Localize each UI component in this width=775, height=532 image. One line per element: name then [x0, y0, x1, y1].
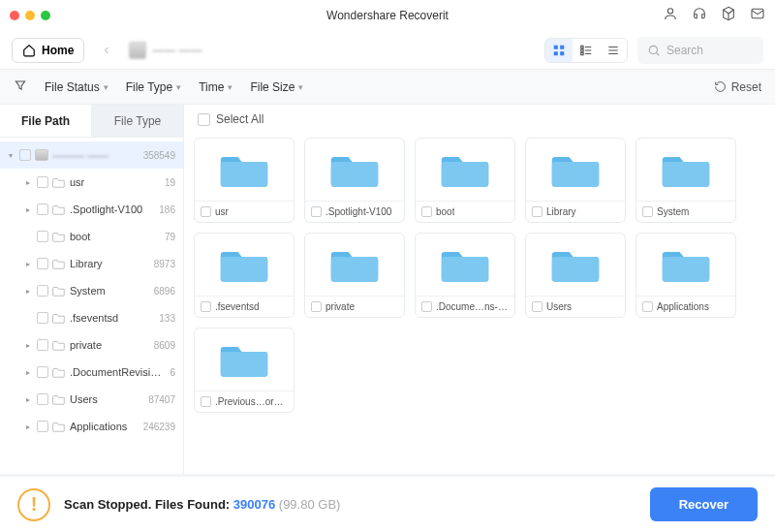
view-detail-button[interactable]	[573, 39, 600, 62]
svg-rect-3	[560, 45, 564, 48]
tab-file-type[interactable]: File Type	[92, 105, 183, 137]
tree-checkbox[interactable]	[37, 231, 48, 242]
breadcrumb-label: —— ——	[152, 44, 202, 57]
search-icon	[647, 44, 661, 57]
folder-checkbox[interactable]	[532, 206, 542, 217]
filter-status[interactable]: File Status▾	[45, 80, 108, 94]
nav-back-button[interactable]	[94, 38, 119, 63]
tree-item[interactable]: ▸private8609	[0, 331, 183, 359]
tree-item[interactable]: .fseventsd133	[0, 304, 183, 331]
breadcrumb-disk[interactable]: —— ——	[129, 42, 202, 59]
main-area: File Path File Type ▾——— ——358549▸usr19▸…	[0, 105, 775, 474]
home-label: Home	[42, 44, 74, 57]
tree-item-count: 6	[170, 367, 175, 378]
tree-item[interactable]: ▸Library8973	[0, 250, 183, 277]
folder-card[interactable]: Applications	[636, 233, 736, 318]
tree-item[interactable]: ▸.DocumentRevision…6	[0, 359, 183, 386]
chevron-left-icon	[101, 45, 112, 56]
window-controls	[0, 11, 50, 20]
chevron-down-icon: ▾	[176, 82, 181, 92]
tree-checkbox[interactable]	[37, 258, 48, 269]
svg-rect-1	[752, 9, 763, 17]
folder-checkbox[interactable]	[201, 206, 211, 217]
filter-time[interactable]: Time▾	[199, 80, 232, 94]
package-icon[interactable]	[721, 6, 736, 25]
minimize-window-button[interactable]	[25, 11, 35, 20]
tree-checkbox[interactable]	[37, 176, 48, 188]
tab-file-path[interactable]: File Path	[0, 105, 92, 137]
folder-checkbox[interactable]	[642, 206, 653, 217]
svg-rect-10	[581, 52, 583, 54]
view-toggle	[544, 38, 628, 63]
folder-name: .Spotlight-V100	[326, 206, 391, 217]
folder-icon	[52, 339, 66, 351]
folder-checkbox[interactable]	[421, 301, 432, 312]
close-window-button[interactable]	[10, 11, 19, 20]
folder-card[interactable]: boot	[415, 138, 515, 223]
tree-item-count: 246239	[143, 422, 175, 432]
view-grid-button[interactable]	[545, 39, 573, 62]
tree-item-label: private	[70, 339, 154, 351]
mail-icon[interactable]	[750, 6, 765, 25]
tree-item[interactable]: boot79	[0, 223, 183, 250]
tree-checkbox[interactable]	[37, 393, 48, 405]
tree-checkbox[interactable]	[37, 366, 48, 378]
tree-checkbox[interactable]	[37, 203, 48, 215]
folder-card[interactable]: .Previous…ormation	[194, 328, 294, 413]
tree-root[interactable]: ▾——— ——358549	[0, 141, 183, 169]
tree-checkbox[interactable]	[37, 339, 48, 351]
view-list-button[interactable]	[600, 39, 627, 62]
folder-checkbox[interactable]	[201, 396, 211, 407]
folder-checkbox[interactable]	[311, 301, 322, 312]
filter-size[interactable]: File Size▾	[250, 80, 303, 94]
folder-card[interactable]: System	[636, 138, 736, 223]
tree-checkbox[interactable]	[19, 149, 31, 161]
filter-icon[interactable]	[14, 78, 27, 95]
tree-item[interactable]: ▸Applications246239	[0, 413, 183, 440]
tree-item[interactable]: ▸usr19	[0, 169, 183, 196]
folder-card[interactable]: private	[304, 233, 405, 318]
home-button[interactable]: Home	[12, 38, 84, 63]
folder-checkbox[interactable]	[532, 301, 542, 312]
folder-checkbox[interactable]	[421, 206, 432, 217]
tree-item[interactable]: ▸.Spotlight-V100186	[0, 196, 183, 223]
folder-icon	[52, 421, 66, 432]
reset-filters-button[interactable]: Reset	[714, 80, 761, 94]
search-field[interactable]	[637, 37, 763, 64]
folder-name: Library	[546, 206, 576, 217]
folder-card[interactable]: usr	[194, 138, 294, 223]
search-input[interactable]	[666, 44, 754, 57]
tree-item-label: Applications	[70, 421, 143, 432]
support-icon[interactable]	[692, 6, 707, 25]
nav-bar: Home —— ——	[0, 31, 775, 70]
filter-type[interactable]: File Type▾	[126, 80, 181, 94]
folder-card[interactable]: .fseventsd	[194, 233, 294, 318]
list-icon	[606, 44, 620, 57]
folder-card[interactable]: .Docume…ns-V100	[415, 233, 515, 318]
folder-icon	[416, 139, 514, 201]
select-all-checkbox[interactable]	[198, 113, 210, 126]
tree-item[interactable]: ▸Users87407	[0, 386, 183, 413]
select-all-row[interactable]: Select All	[184, 105, 775, 134]
folder-card[interactable]: Users	[525, 233, 626, 318]
recover-button[interactable]: Recover	[650, 487, 758, 521]
folder-icon	[195, 329, 294, 391]
tree-checkbox[interactable]	[37, 312, 48, 324]
folder-checkbox[interactable]	[201, 301, 211, 312]
tree-item-label: Users	[70, 393, 148, 405]
folder-icon	[305, 139, 404, 201]
folder-card[interactable]: .Spotlight-V100	[304, 138, 405, 223]
tree-item-count: 8609	[154, 340, 175, 351]
maximize-window-button[interactable]	[41, 11, 50, 20]
folder-checkbox[interactable]	[642, 301, 653, 312]
folder-checkbox[interactable]	[311, 206, 322, 217]
folder-card[interactable]: Library	[525, 138, 626, 223]
folder-grid: usr.Spotlight-V100bootLibrarySystem.fsev…	[184, 134, 775, 474]
tree-checkbox[interactable]	[37, 285, 48, 297]
tree-item[interactable]: ▸System6896	[0, 277, 183, 304]
account-icon[interactable]	[663, 6, 678, 25]
tree-item-count: 79	[165, 232, 175, 242]
folder-icon	[636, 234, 735, 296]
tree-checkbox[interactable]	[37, 421, 48, 432]
list-detail-icon	[579, 44, 593, 57]
